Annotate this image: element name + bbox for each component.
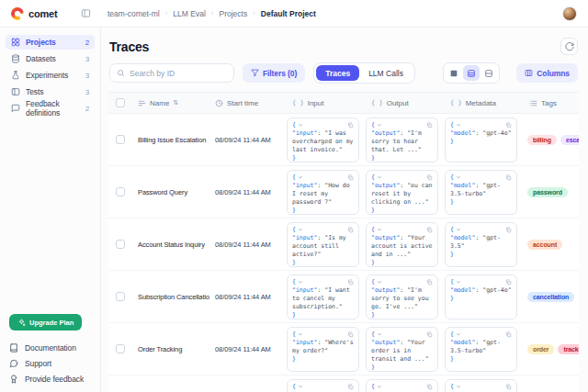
metadata-json-cell[interactable]: { "model": "gpt-3.5" } bbox=[445, 379, 517, 392]
breadcrumb-item[interactable]: LLM Eval bbox=[173, 9, 205, 18]
metadata-json-cell[interactable]: { "model": "gpt-3.5-turbo" } bbox=[445, 327, 517, 372]
output-json-cell[interactable]: { "output": "Your account is active and … bbox=[366, 222, 438, 267]
chevron-down-icon[interactable] bbox=[456, 174, 461, 180]
chevron-down-icon[interactable] bbox=[377, 174, 382, 180]
tag-password[interactable]: password bbox=[527, 187, 568, 197]
tag-escalation[interactable]: escalation bbox=[560, 135, 579, 145]
column-header-input[interactable]: { }Input bbox=[287, 93, 366, 113]
chevron-down-icon[interactable] bbox=[377, 227, 382, 232]
output-json-cell[interactable]: { "output": "Your order is in transit an… bbox=[366, 327, 438, 372]
input-json-cell[interactable]: { "input": "I want to cancel my subscrip… bbox=[287, 274, 359, 319]
chevron-down-icon[interactable] bbox=[377, 384, 382, 389]
breadcrumb-item[interactable]: Default Project bbox=[261, 9, 316, 18]
sidebar-item-experiments[interactable]: Experiments3 bbox=[6, 68, 95, 83]
search-input[interactable] bbox=[130, 69, 227, 78]
row-checkbox[interactable] bbox=[116, 135, 125, 144]
copy-icon[interactable] bbox=[347, 279, 354, 286]
copy-icon[interactable] bbox=[347, 331, 354, 338]
copy-icon[interactable] bbox=[505, 331, 512, 338]
sidebar-item-tests[interactable]: Tests3 bbox=[6, 84, 95, 99]
chevron-down-icon[interactable] bbox=[377, 122, 382, 128]
copy-icon[interactable] bbox=[347, 384, 354, 390]
breadcrumb-item[interactable]: Projects bbox=[219, 9, 247, 18]
trace-name-cell[interactable]: Billing Issue Escalation bbox=[132, 114, 209, 165]
chevron-down-icon[interactable] bbox=[298, 122, 303, 128]
sidebar-item-feedback-definitions[interactable]: Feedback definitions2 bbox=[6, 101, 95, 116]
upgrade-plan-button[interactable]: Upgrade Plan bbox=[9, 314, 82, 330]
copy-icon[interactable] bbox=[426, 331, 433, 338]
column-header-start-time[interactable]: Start time bbox=[209, 93, 287, 113]
sidebar-item-projects[interactable]: Projects2 bbox=[6, 35, 95, 50]
column-header-output[interactable]: { }Output bbox=[366, 93, 445, 113]
tab-llm-calls[interactable]: LLM Calls bbox=[359, 65, 413, 81]
table-row[interactable]: Password Query 08/09/24 11:44 AM { "inpu… bbox=[108, 166, 579, 218]
copy-icon[interactable] bbox=[505, 122, 512, 129]
copy-icon[interactable] bbox=[505, 227, 512, 233]
copy-icon[interactable] bbox=[505, 174, 512, 181]
chevron-down-icon[interactable] bbox=[456, 331, 461, 337]
copy-icon[interactable] bbox=[426, 227, 433, 233]
row-checkbox[interactable] bbox=[116, 187, 125, 196]
tag-cancellation[interactable]: cancellation bbox=[527, 292, 574, 302]
sidebar-item-datasets[interactable]: Datasets3 bbox=[6, 51, 95, 66]
output-json-cell[interactable]: { "output": "I'm sorry to hear that. Let… bbox=[366, 118, 438, 162]
copy-icon[interactable] bbox=[426, 122, 433, 129]
input-json-cell[interactable]: { "input": "Where's my order?" } bbox=[287, 327, 359, 372]
chevron-down-icon[interactable] bbox=[298, 174, 303, 180]
chevron-down-icon[interactable] bbox=[456, 384, 461, 389]
output-json-cell[interactable]: { "output": "ou can reset it by clicking… bbox=[366, 170, 438, 215]
chevron-down-icon[interactable] bbox=[377, 279, 382, 285]
refresh-button[interactable] bbox=[560, 38, 578, 55]
row-height-tall-icon[interactable] bbox=[481, 65, 497, 81]
input-json-cell[interactable]: { "input": "Can I get a refund for my la… bbox=[287, 379, 359, 392]
select-all-checkbox[interactable] bbox=[116, 98, 125, 107]
column-header-metadata[interactable]: { }Metadata bbox=[445, 93, 524, 113]
column-header-tags[interactable]: Tags bbox=[524, 93, 579, 113]
row-height-compact-icon[interactable] bbox=[446, 65, 462, 81]
chevron-down-icon[interactable] bbox=[456, 227, 461, 232]
sort-icon[interactable]: ⇅ bbox=[173, 99, 178, 106]
row-checkbox[interactable] bbox=[116, 344, 125, 353]
trace-name-cell[interactable]: Subscription Cancellation bbox=[132, 271, 209, 322]
chevron-down-icon[interactable] bbox=[298, 331, 303, 337]
row-checkbox[interactable] bbox=[116, 240, 125, 249]
row-checkbox[interactable] bbox=[116, 292, 125, 301]
copy-icon[interactable] bbox=[426, 174, 433, 181]
sidebar-collapse-icon[interactable] bbox=[81, 8, 91, 18]
table-row[interactable]: Subscription Cancellation 08/09/24 11:44… bbox=[108, 271, 579, 323]
input-json-cell[interactable]: { "input": "Is my account still active?"… bbox=[287, 222, 359, 267]
trace-name-cell[interactable]: Password Query bbox=[132, 166, 209, 218]
input-json-cell[interactable]: { "input": "I was overcharged on my last… bbox=[287, 118, 359, 162]
tag-billing[interactable]: billing bbox=[527, 135, 557, 145]
sidebar-link-support[interactable]: Support bbox=[9, 355, 91, 371]
search-box[interactable] bbox=[109, 63, 234, 83]
metadata-json-cell[interactable]: { "model": "gpt-4o" } bbox=[445, 274, 517, 319]
table-row[interactable]: Order Tracking 08/09/24 11:44 AM { "inpu… bbox=[108, 323, 579, 375]
trace-name-cell[interactable]: Order Tracking bbox=[132, 323, 209, 375]
row-height-normal-icon[interactable] bbox=[463, 65, 480, 81]
column-header-name[interactable]: Name⇅ bbox=[132, 93, 209, 113]
sidebar-link-provide-feedback[interactable]: Provide feedback bbox=[9, 371, 91, 386]
tag-account[interactable]: account bbox=[527, 240, 562, 250]
trace-name-cell[interactable]: Account Status Inquiry bbox=[132, 218, 209, 270]
copy-icon[interactable] bbox=[347, 122, 354, 129]
copy-icon[interactable] bbox=[347, 174, 354, 181]
tag-order[interactable]: order bbox=[527, 344, 554, 354]
metadata-json-cell[interactable]: { "model": "gpt-3.5-turbo" } bbox=[445, 170, 517, 215]
avatar[interactable] bbox=[562, 6, 577, 21]
tag-tracking[interactable]: tracking bbox=[558, 344, 579, 354]
breadcrumb-item[interactable]: team-comet-ml bbox=[107, 9, 160, 18]
comet-logo[interactable]: comet bbox=[11, 7, 79, 20]
input-json-cell[interactable]: { "input": "How do I reset my password ?… bbox=[287, 170, 359, 215]
sidebar-link-documentation[interactable]: Documentation bbox=[9, 340, 91, 355]
copy-icon[interactable] bbox=[426, 384, 433, 390]
output-json-cell[interactable]: { "output": "I'm sorry to see you go. I'… bbox=[366, 274, 438, 319]
copy-icon[interactable] bbox=[505, 279, 512, 286]
table-row[interactable]: Account Status Inquiry 08/09/24 11:44 AM… bbox=[108, 218, 579, 271]
trace-name-cell[interactable]: Refund Request bbox=[132, 375, 209, 392]
metadata-json-cell[interactable]: { "model": "gpt-4o" } bbox=[445, 118, 517, 162]
copy-icon[interactable] bbox=[426, 279, 433, 286]
table-row[interactable]: Refund Request 08/09/24 11:44 AM { "inpu… bbox=[108, 375, 579, 392]
table-row[interactable]: Billing Issue Escalation 08/09/24 11:44 … bbox=[108, 114, 579, 166]
chevron-down-icon[interactable] bbox=[298, 279, 303, 285]
